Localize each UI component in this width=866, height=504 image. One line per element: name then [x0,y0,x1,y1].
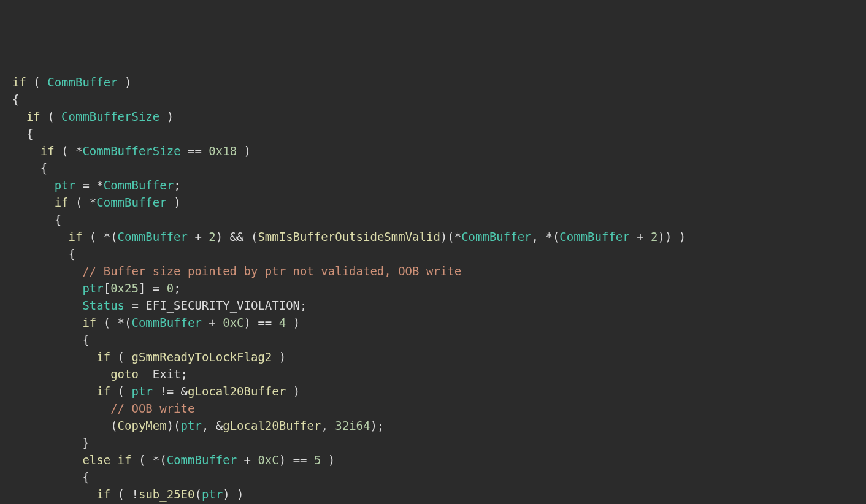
punct: != & [153,384,188,398]
indent [12,350,96,364]
punct: ) [159,110,174,123]
indent [12,230,69,243]
punct: ( [194,487,201,501]
punct: ( * [69,196,97,209]
indent: ( [12,419,118,432]
punct: ) == [244,316,279,329]
keyword-if: if [26,110,40,123]
punct: + [237,453,258,467]
indent [12,402,110,415]
punct: ( [26,75,47,89]
punct: ; [181,367,188,381]
id-ptr: ptr [181,419,202,432]
punct: ) ) [223,487,243,501]
punct: ] = [139,281,167,295]
id-gLocal20Buffer: gLocal20Buffer [188,384,286,398]
punct: ; [174,178,180,192]
indent [12,264,82,278]
fn-CopyMem: CopyMem [118,419,167,432]
comment-oob-1: // Buffer size pointed by ptr not valida… [82,264,461,278]
keyword-goto: goto [110,367,139,381]
punct: ( ! [110,487,139,501]
id-Status: Status [82,299,125,312]
punct: )( [167,419,181,432]
punct: = * [75,178,104,192]
num-2: 2 [209,230,215,243]
num-4: 4 [279,316,286,329]
id-EFI_SECURITY_VIOLATION: EFI_SECURITY_VIOLATION [145,299,300,312]
keyword-if: if [12,75,26,89]
punct: ( * [55,144,83,158]
indent [12,144,40,158]
fn-sub_25E0: sub_25E0 [139,487,195,501]
punct: ( [110,350,131,364]
indent [12,281,82,295]
brace: { [12,470,90,484]
keyword-if: if [40,144,55,158]
keyword-if: if [82,316,96,329]
id-gSmmReadyToLockFlag2: gSmmReadyToLockFlag2 [132,350,272,364]
punct: ) [272,350,286,364]
punct: , [321,419,335,432]
keyword-if: if [69,230,83,243]
id-CommBuffer: CommBuffer [167,453,237,467]
keyword-if: if [96,384,110,398]
indent [12,316,82,329]
punct: ) [321,453,335,467]
indent [12,487,96,501]
brace: { [12,161,47,175]
indent [12,453,82,467]
id-gLocal20Buffer: gLocal20Buffer [223,419,321,432]
keyword-if: if [55,196,69,209]
punct: ) [167,196,181,209]
id-CommBuffer: CommBuffer [131,316,201,329]
num-0x25: 0x25 [110,281,139,295]
indent [12,367,110,381]
punct: ; [174,281,180,295]
punct: + [188,230,209,243]
keyword-if: if [96,350,110,364]
punct: ( [110,384,131,398]
punct [110,453,117,467]
id-CommBuffer: CommBuffer [104,178,174,192]
brace: { [12,93,19,106]
decompiled-code-block: if ( CommBuffer ) { if ( CommBufferSize … [12,74,854,504]
punct: [ [104,281,110,295]
keyword-else: else [82,453,110,467]
label-Exit: _Exit [145,367,180,381]
punct: ( *( [132,453,167,467]
id-CommBuffer: CommBuffer [47,75,117,89]
brace: { [12,333,90,346]
num-0: 0 [167,281,174,295]
punct: ) [286,316,300,329]
id-CommBuffer: CommBuffer [96,196,166,209]
num-32i64: 32i64 [335,419,370,432]
punct: ) && ( [216,230,258,243]
punct: ) == [279,453,314,467]
id-ptr: ptr [132,384,153,398]
punct: + [202,316,223,329]
id-CommBuffer: CommBuffer [559,230,629,243]
keyword-if: if [96,487,110,501]
num-0xC: 0xC [258,453,278,467]
punct: + [630,230,651,243]
punct: = [125,299,145,312]
fn-SmmIsBufferOutsideSmmValid: SmmIsBufferOutsideSmmValid [258,230,440,243]
id-ptr: ptr [82,281,103,295]
punct: , & [202,419,223,432]
keyword-if: if [118,453,132,467]
punct: == [181,144,209,158]
num-2: 2 [651,230,657,243]
num-0x18: 0x18 [209,144,237,158]
comment-oob-2: // OOB write [110,402,194,415]
brace: } [12,436,90,449]
id-CommBuffer: CommBuffer [118,230,188,243]
punct: ( *( [82,230,117,243]
num-5: 5 [314,453,321,467]
id-ptr: ptr [55,178,75,192]
id-CommBufferSize: CommBufferSize [61,110,159,123]
indent [12,299,82,312]
punct: ( *( [96,316,131,329]
indent [12,110,26,123]
brace: { [12,247,75,261]
